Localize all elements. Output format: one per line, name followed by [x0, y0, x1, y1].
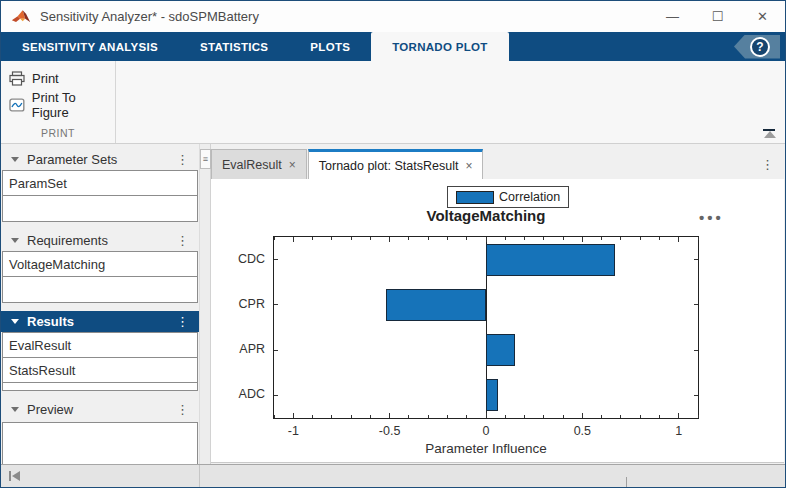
chart-legend: Correlation	[447, 186, 569, 208]
document-area: EvalResult×Tornado plot: StatsResult×⋮ C…	[211, 144, 784, 466]
panel-header-parameter-sets[interactable]: Parameter Sets⋮	[1, 149, 199, 170]
doc-tab-evalresult[interactable]: EvalResult×	[211, 149, 307, 179]
print-to-figure-button-label: Print To Figure	[32, 90, 115, 120]
minimize-button[interactable]: —	[650, 1, 695, 32]
x-minor-tick-bottom	[640, 415, 641, 418]
document-tab-menu-icon[interactable]: ⋮	[751, 157, 784, 172]
legend-swatch	[456, 191, 494, 204]
status-bar	[1, 464, 785, 487]
status-resize-tick	[626, 477, 627, 487]
panel-list-results: EvalResultStatsResult	[2, 332, 198, 391]
kebab-menu-icon[interactable]: ⋮	[172, 152, 193, 167]
collapse-ribbon-arrow-icon	[764, 131, 776, 138]
y-tick-mark	[274, 259, 278, 260]
y-tick-mark	[694, 304, 698, 305]
collapse-ribbon-button[interactable]	[763, 129, 777, 140]
panel-title: Preview	[27, 402, 73, 417]
title-bar: Sensitivity Analyzer* - sdoSPMBattery — …	[1, 1, 785, 32]
ribbon-tab-sensitivity-analysis[interactable]: SENSITIVITY ANALYSIS	[1, 32, 179, 61]
close-icon[interactable]: ×	[465, 159, 472, 173]
status-divider	[199, 465, 200, 487]
y-tick-mark	[694, 350, 698, 351]
list-item[interactable]: ParamSet	[3, 171, 197, 196]
x-minor-tick-bottom	[543, 415, 544, 418]
print-button[interactable]: Print	[9, 68, 115, 88]
app-window: Sensitivity Analyzer* - sdoSPMBattery — …	[0, 0, 786, 488]
x-tick-label: 1	[657, 424, 701, 438]
splitter-grip-icon[interactable]: ≡	[200, 149, 211, 169]
bar-cdc	[486, 244, 615, 276]
x-major-tick-top	[678, 237, 679, 242]
x-minor-tick-bottom	[524, 415, 525, 418]
collapse-triangle-icon	[11, 319, 19, 324]
panel-header-results[interactable]: Results⋮	[1, 311, 199, 332]
x-minor-tick-bottom	[312, 415, 313, 418]
x-minor-tick-bottom	[620, 415, 621, 418]
y-tick-label: ADC	[205, 387, 265, 401]
panel-title: Requirements	[27, 233, 108, 248]
bar-apr	[486, 334, 515, 366]
ribbon-tab-tornado-plot[interactable]: TORNADO PLOT	[371, 32, 508, 61]
panel-header-requirements[interactable]: Requirements⋮	[1, 230, 199, 251]
x-major-tick-bottom	[293, 413, 294, 418]
x-minor-tick-top	[312, 237, 313, 240]
x-major-tick-top	[293, 237, 294, 242]
x-minor-tick-top	[447, 237, 448, 240]
ribbon-tab-plots[interactable]: PLOTS	[289, 32, 371, 61]
y-tick-mark	[274, 350, 278, 351]
legend-label: Correlation	[499, 190, 560, 204]
collapse-triangle-icon	[11, 157, 19, 162]
x-minor-tick-bottom	[601, 415, 602, 418]
x-minor-tick-bottom	[370, 415, 371, 418]
print-button-label: Print	[32, 71, 59, 86]
plot-area: CDCCPRAPRADC-1-0.500.51	[273, 236, 699, 419]
maximize-button[interactable]: ☐	[695, 1, 740, 32]
ribbon-tab-statistics[interactable]: STATISTICS	[179, 32, 289, 61]
x-tick-label: 0	[464, 424, 508, 438]
list-row-empty	[3, 196, 197, 221]
x-minor-tick-top	[370, 237, 371, 240]
collapse-triangle-icon	[11, 407, 19, 412]
doc-tab-tornado-plot-statsresult[interactable]: Tornado plot: StatsResult×	[308, 149, 484, 179]
sidebar: Parameter Sets⋮ParamSetRequirements⋮Volt…	[1, 144, 199, 466]
x-minor-tick-bottom	[274, 415, 275, 418]
window-title: Sensitivity Analyzer* - sdoSPMBattery	[40, 9, 259, 24]
list-item[interactable]: EvalResult	[3, 333, 197, 358]
kebab-menu-icon[interactable]: ⋮	[172, 402, 193, 417]
document-tab-bar: EvalResult×Tornado plot: StatsResult×⋮	[211, 149, 784, 179]
help-button[interactable]: ?	[734, 35, 780, 59]
x-axis-label: Parameter Influence	[425, 441, 547, 456]
kebab-menu-icon[interactable]: ⋮	[172, 314, 193, 329]
x-minor-tick-top	[543, 237, 544, 240]
skip-to-start-icon[interactable]	[8, 470, 22, 482]
x-major-tick-bottom	[486, 413, 487, 418]
close-icon[interactable]: ×	[289, 158, 296, 172]
list-item[interactable]: VoltageMatching	[3, 252, 197, 277]
x-minor-tick-top	[274, 237, 275, 240]
x-minor-tick-bottom	[447, 415, 448, 418]
print-to-figure-button[interactable]: Print To Figure	[9, 95, 115, 115]
print-section: Print Print To Figure PRINT	[1, 61, 116, 143]
x-minor-tick-bottom	[659, 415, 660, 418]
panel-header-preview[interactable]: Preview⋮	[1, 399, 199, 420]
x-minor-tick-bottom	[351, 415, 352, 418]
x-tick-label: -1	[271, 424, 315, 438]
list-row-empty	[3, 383, 197, 390]
kebab-menu-icon[interactable]: ⋮	[172, 233, 193, 248]
y-tick-label: CPR	[205, 297, 265, 311]
matlab-logo-icon	[11, 9, 31, 25]
tornado-plot-pane: Correlation VoltageMatching ••• CDCCPRAP…	[211, 179, 784, 463]
x-minor-tick-top	[698, 237, 699, 240]
x-tick-label: -0.5	[368, 424, 412, 438]
y-tick-mark	[274, 395, 278, 396]
list-row-empty	[3, 277, 197, 302]
x-minor-tick-bottom	[563, 415, 564, 418]
bar-adc	[486, 379, 498, 411]
close-button[interactable]: ✕	[740, 1, 785, 32]
chart-title: VoltageMatching	[427, 207, 546, 224]
plot-options-button[interactable]: •••	[699, 209, 724, 226]
figure-icon	[9, 98, 25, 112]
ribbon-body: Print Print To Figure PRINT	[1, 61, 785, 144]
list-item[interactable]: StatsResult	[3, 358, 197, 383]
collapse-triangle-icon	[11, 238, 19, 243]
